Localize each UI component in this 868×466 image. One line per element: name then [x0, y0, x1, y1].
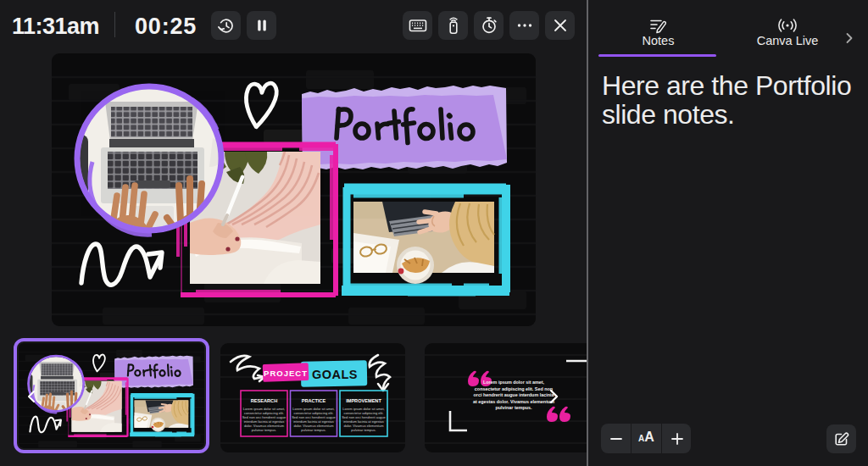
svg-text:pulvinar tempus.: pulvinar tempus. [351, 428, 376, 432]
svg-text:IMPROVEMENT: IMPROVEMENT [346, 398, 381, 403]
svg-text:RESEARCH: RESEARCH [251, 398, 277, 403]
svg-text:pulvinar tempus.: pulvinar tempus. [252, 428, 276, 432]
svg-text:PROJECT: PROJECT [264, 369, 308, 378]
svg-text:consectetur adipiscing elit. S: consectetur adipiscing elit. Sed non [475, 386, 553, 391]
svg-text:GOALS: GOALS [312, 368, 358, 381]
svg-text:Lorem ipsum dolor sit amet,: Lorem ipsum dolor sit amet, [483, 380, 545, 385]
svg-text:PRACTICE: PRACTICE [302, 398, 326, 403]
svg-text:orci hendrerit augue interdum: orci hendrerit augue interdum lacinia [474, 392, 555, 397]
svg-text:at egestas dolor. Vivamus elem: at egestas dolor. Vivamus elementum [473, 399, 554, 404]
svg-text:pulvinar tempus.: pulvinar tempus. [495, 405, 532, 410]
svg-text:pulvinar tempus.: pulvinar tempus. [301, 428, 326, 432]
